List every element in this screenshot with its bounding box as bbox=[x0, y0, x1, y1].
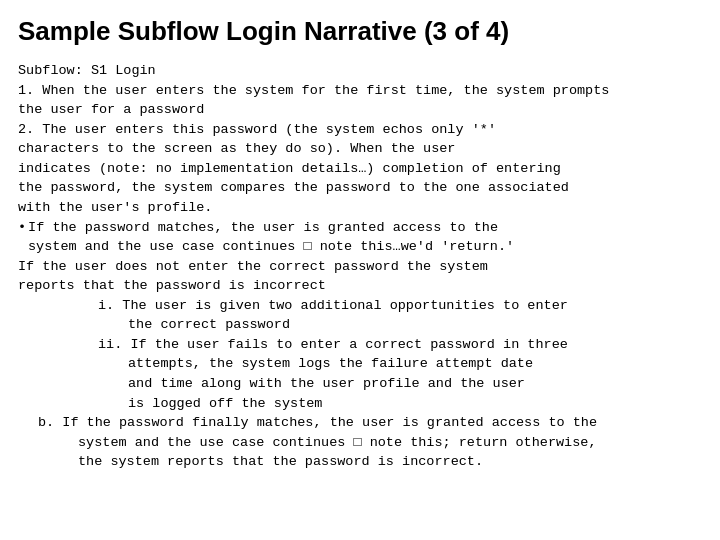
page-title: Sample Subflow Login Narrative (3 of 4) bbox=[18, 16, 702, 47]
indent-i-label: i. The user is given two additional oppo… bbox=[18, 296, 702, 316]
indent-ii-cont3: is logged off the system bbox=[18, 394, 702, 414]
bullet-text-a3: If the user does not enter the correct p… bbox=[18, 257, 702, 277]
line-2d: the password, the system compares the pa… bbox=[18, 178, 702, 198]
line-2c: indicates (note: no implementation detai… bbox=[18, 159, 702, 179]
line-b1: b. If the password finally matches, the … bbox=[18, 413, 702, 433]
line-2e: with the user's profile. bbox=[18, 198, 702, 218]
page: Sample Subflow Login Narrative (3 of 4) … bbox=[0, 0, 720, 540]
bullet-line-a1: • If the password matches, the user is g… bbox=[18, 218, 702, 238]
bullet-symbol: • bbox=[18, 218, 26, 238]
line-b3: the system reports that the password is … bbox=[18, 452, 702, 472]
line-2b: characters to the screen as they do so).… bbox=[18, 139, 702, 159]
content-body: Subflow: S1 Login 1. When the user enter… bbox=[18, 61, 702, 472]
indent-ii-label: ii. If the user fails to enter a correct… bbox=[18, 335, 702, 355]
subflow-label: Subflow: S1 Login bbox=[18, 61, 702, 81]
bullet-text-a4: reports that the password is incorrect bbox=[18, 276, 702, 296]
indent-i-cont: the correct password bbox=[18, 315, 702, 335]
line-1b: the user for a password bbox=[18, 100, 702, 120]
bullet-text-a2: system and the use case continues □ note… bbox=[18, 237, 702, 257]
bullet-text-a1: If the password matches, the user is gra… bbox=[28, 218, 498, 238]
line-1a: 1. When the user enters the system for t… bbox=[18, 81, 702, 101]
line-2a: 2. The user enters this password (the sy… bbox=[18, 120, 702, 140]
indent-ii-cont2: and time along with the user profile and… bbox=[18, 374, 702, 394]
indent-ii-cont1: attempts, the system logs the failure at… bbox=[18, 354, 702, 374]
line-b2: system and the use case continues □ note… bbox=[18, 433, 702, 453]
